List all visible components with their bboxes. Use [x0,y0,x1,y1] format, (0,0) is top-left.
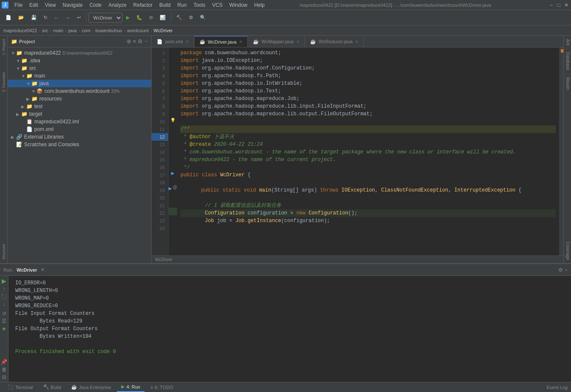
editor-scrollbar[interactable] [559,47,563,256]
tab-pom[interactable]: 📄 pom.xml ✕ [152,36,194,47]
breadcrumb-wordcount[interactable]: wordcount [127,28,149,33]
maximize-btn[interactable]: □ [556,2,562,8]
tree-item-scratches[interactable]: ▶ 📝 Scratches and Consoles [8,141,151,148]
tab-java-enterprise[interactable]: ☕ Java Enterprise [67,383,115,392]
breadcrumb-main[interactable]: main [53,28,64,33]
menu-tools[interactable]: Tools [190,1,209,9]
tab-build[interactable]: 🔨 Build [39,383,65,392]
refresh-btn[interactable]: ↻ [41,12,50,23]
coverage-btn[interactable]: ⊙ [146,12,156,23]
line-num: 16 [152,164,168,171]
tree-item-label: com.buwenbuhuo.wordcount [44,88,109,94]
menu-view[interactable]: View [42,1,59,9]
tree-item-package[interactable]: ▼ 📦 com.buwenbuhuo.wordcount 33% [8,87,151,95]
run-trash-icon[interactable]: 🗑 [2,367,7,373]
run-up-icon[interactable]: ↑ [3,286,6,292]
tree-item-pom[interactable]: ▶ 📄 pom.xml [8,125,151,133]
run-play-icon[interactable]: ▶ [2,278,6,284]
close-btn[interactable]: ✕ [563,2,569,8]
tree-item-ext-libs[interactable]: ▶ 🔗 External Libraries [8,133,151,141]
line-num: 2 [152,57,168,64]
tab-todo[interactable]: ≡ 6: TODO [146,383,177,392]
run-settings-icon[interactable]: ⚙ [558,267,563,273]
close-tab-icon[interactable]: ✕ [186,39,189,44]
tree-item-resources[interactable]: ▶ 📁 resources [8,95,151,103]
open-btn[interactable]: 📂 [15,12,27,23]
run-btn[interactable]: ▶ [123,12,133,23]
undo-btn[interactable]: ↩ [74,12,84,23]
run-minimize-icon[interactable]: − [565,267,568,273]
tree-item-target[interactable]: ▶ 📁 target [8,110,151,118]
debug-btn[interactable]: 🐛 [133,12,145,23]
right-tab-maven[interactable]: Maven [564,74,571,93]
sync-icon[interactable]: ⊕ [127,38,131,44]
run-pin-icon[interactable]: 📌 [1,359,7,365]
minimize-btn[interactable]: − [548,2,554,8]
back-btn[interactable]: ← [51,12,62,23]
right-tab-coverage[interactable]: Coverage [564,238,571,263]
menu-run[interactable]: Run [174,1,190,9]
close-tab-icon[interactable]: ✕ [355,39,358,44]
event-log-label[interactable]: Event Log [546,385,568,390]
tree-item-test[interactable]: ▶ 📁 test [8,103,151,110]
run-star-icon[interactable]: ★ [2,326,6,332]
tree-item-java[interactable]: ▼ 📁 java [8,80,151,87]
close-tab-icon[interactable]: ✕ [296,39,299,44]
bulb-icon[interactable]: 💡 [170,118,175,122]
tab-wcmapper[interactable]: ☕ WcMapper.java ✕ [248,36,305,47]
breadcrumb-project[interactable]: mapreduce0422 [3,28,37,33]
menu-refactor[interactable]: Refactor [130,1,156,9]
run-down-icon[interactable]: ↓ [3,301,6,307]
menu-build[interactable]: Build [156,1,174,9]
filter-icon[interactable]: ≡ [133,38,136,44]
run-layout-icon[interactable]: ⊟ [2,374,6,380]
menu-navigate[interactable]: Navigate [59,1,86,9]
breadcrumb-buwenbuhuo[interactable]: buwenbuhuo [95,28,122,33]
breadcrumb-src[interactable]: src [42,28,48,33]
breadcrumb-java[interactable]: java [68,28,77,33]
expand-arrow-icon[interactable]: ▶ [171,170,175,177]
close-run-tab[interactable]: ✕ [41,267,44,272]
save-btn[interactable]: 💾 [28,12,40,23]
search-btn[interactable]: 🔍 [197,12,209,23]
new-file-btn[interactable]: 📄 [3,12,14,23]
right-tab-ant[interactable]: Ant [564,36,571,49]
menu-file[interactable]: File [11,1,26,9]
menu-vcs[interactable]: VCS [209,1,226,9]
tree-item-mapreduce0422[interactable]: ▼ 📁 mapreduce0422 D:\maven\mapreduce0422 [8,49,151,57]
tree-item-label: mapreduce0422.iml [34,119,79,125]
menu-analyze[interactable]: Analyze [105,1,130,9]
run-format-icon[interactable]: ☰ [2,318,6,324]
run-config-dropdown[interactable]: WcDriver [89,13,122,23]
close-panel-icon[interactable]: − [144,38,148,44]
tree-item-main[interactable]: ▼ 📁 main [8,72,151,80]
profile-btn[interactable]: 📊 [157,12,169,23]
run-stop-icon[interactable]: ⬛ [1,294,7,300]
menu-edit[interactable]: Edit [26,1,42,9]
breadcrumb-wcdriver[interactable]: WcDriver [153,28,172,33]
breakpoint-icon[interactable]: @ [173,185,177,192]
breadcrumb-com[interactable]: com [82,28,91,33]
tab-wcdriver[interactable]: ☕ WcDriver.java ✕ [194,36,248,47]
settings-icon[interactable]: ⚙ [138,38,143,44]
tree-item-src[interactable]: ▼ 📁 src [8,64,151,72]
close-tab-icon[interactable]: ✕ [239,39,242,44]
expand-arrow-icon[interactable]: ▶ [169,185,172,192]
menu-window[interactable]: Window [226,1,251,9]
run-scroll-icon[interactable]: ↺ [2,311,6,317]
menu-code[interactable]: Code [86,1,105,9]
tree-item-iml[interactable]: ▶ 📋 mapreduce0422.iml [8,118,151,125]
code-content[interactable]: package com.buwenbuhuo.wordcount; import… [177,47,559,256]
settings-btn[interactable]: ⚙ [186,12,196,23]
left-tab-favorites[interactable]: 2: Favorites [2,70,6,94]
build-btn[interactable]: 🔨 [173,12,185,23]
left-tab-structure[interactable]: Structure [2,242,6,261]
menu-help[interactable]: Help [251,1,268,9]
left-tab-project[interactable]: 1: Project [2,37,6,57]
tab-terminal[interactable]: ⬛ Terminal [3,383,37,392]
tab-wcreducer[interactable]: ☕ WcReducer.java ✕ [305,36,364,47]
forward-btn[interactable]: → [63,12,73,23]
tree-item-idea[interactable]: ▼ 📁 .idea [8,57,151,64]
right-tab-database[interactable]: Database [564,49,571,74]
tab-run[interactable]: ▶ 4: Run [117,383,144,392]
